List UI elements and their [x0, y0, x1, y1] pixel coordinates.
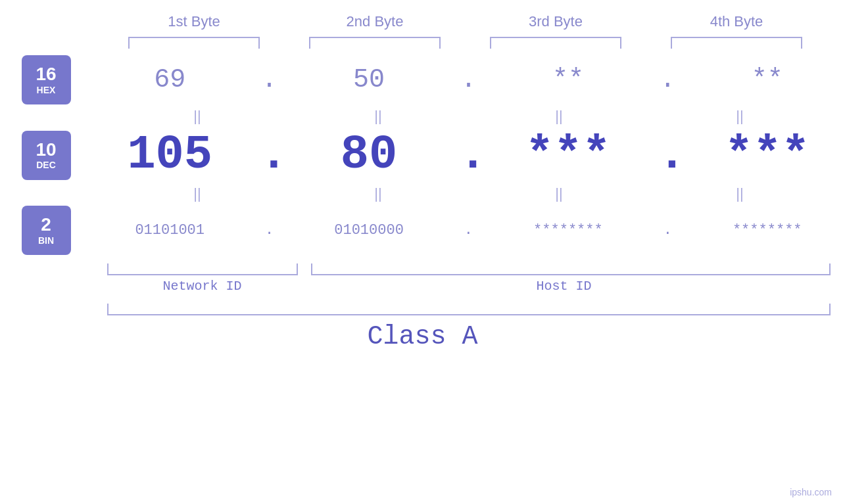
- hex-badge-num: 16: [36, 64, 56, 85]
- dec-dot2: .: [458, 128, 478, 182]
- bracket-byte3: [490, 37, 621, 49]
- dec-badge-label: DEC: [36, 160, 56, 170]
- bin-dot3: .: [658, 222, 677, 239]
- network-id-label: Network ID: [107, 279, 298, 294]
- eq1-b3: ||: [493, 108, 625, 125]
- bracket-byte2: [309, 37, 441, 49]
- full-bottom-bracket: [107, 304, 831, 315]
- dec-values: 105 . 80 . *** . ***: [92, 128, 845, 182]
- hex-byte3: **: [502, 65, 634, 95]
- hex-row: 16 HEX 69 . 50 . ** . **: [0, 55, 845, 104]
- eq-row-1: || || || ||: [107, 108, 831, 125]
- bin-byte4: ********: [702, 222, 833, 239]
- hex-values: 69 . 50 . ** . **: [92, 65, 845, 95]
- dec-badge-area: 10 DEC: [0, 131, 92, 180]
- bin-dot2: .: [458, 222, 478, 239]
- eq1-b2: ||: [312, 108, 444, 125]
- dec-byte2: 80: [303, 128, 435, 182]
- dec-row: 10 DEC 105 . 80 . *** . ***: [0, 128, 845, 182]
- hex-dot1: .: [260, 65, 279, 95]
- bracket-gap: [298, 263, 311, 275]
- bin-dot1: .: [260, 222, 279, 239]
- bin-values: 01101001 . 01010000 . ******** . *******…: [92, 222, 845, 239]
- bin-badge-num: 2: [41, 215, 51, 235]
- eq-row-2: || || || ||: [107, 185, 831, 202]
- bracket-byte4: [671, 37, 802, 49]
- hex-badge: 16 HEX: [22, 55, 71, 104]
- bracket-byte1: [128, 37, 260, 49]
- host-id-label: Host ID: [298, 279, 831, 294]
- hex-byte2: 50: [303, 65, 435, 95]
- bin-badge-area: 2 BIN: [0, 206, 92, 255]
- watermark: ipshu.com: [790, 487, 832, 497]
- bracket-network: [107, 263, 298, 275]
- hex-badge-area: 16 HEX: [0, 55, 92, 104]
- bin-row: 2 BIN 01101001 . 01010000 . ******** . *…: [0, 206, 845, 255]
- hex-badge-label: HEX: [37, 85, 56, 95]
- bin-byte1: 01101001: [104, 222, 235, 239]
- hex-byte1: 69: [104, 65, 235, 95]
- dec-badge: 10 DEC: [22, 131, 71, 180]
- class-label: Class A: [367, 322, 477, 352]
- eq2-b4: ||: [674, 185, 806, 202]
- dec-badge-num: 10: [36, 140, 56, 160]
- byte2-header: 2nd Byte: [302, 13, 447, 30]
- byte1-header: 1st Byte: [122, 13, 266, 30]
- eq2-b1: ||: [132, 185, 263, 202]
- dec-dot3: .: [658, 128, 677, 182]
- byte4-header: 4th Byte: [664, 13, 809, 30]
- bin-byte3: ********: [502, 222, 634, 239]
- eq2-b3: ||: [493, 185, 625, 202]
- eq2-b2: ||: [312, 185, 444, 202]
- hex-dot3: .: [658, 65, 677, 95]
- eq1-b1: ||: [132, 108, 263, 125]
- byte3-header: 3rd Byte: [483, 13, 628, 30]
- bin-badge-label: BIN: [38, 235, 54, 246]
- top-brackets: [104, 37, 827, 49]
- main-container: 1st Byte 2nd Byte 3rd Byte 4th Byte 16 H…: [0, 0, 845, 504]
- dec-dot1: .: [260, 128, 279, 182]
- hex-byte4: **: [702, 65, 833, 95]
- dec-byte4: ***: [702, 128, 833, 182]
- dec-byte3: ***: [502, 128, 634, 182]
- eq1-b4: ||: [674, 108, 806, 125]
- byte-headers: 1st Byte 2nd Byte 3rd Byte 4th Byte: [104, 13, 827, 30]
- bin-byte2: 01010000: [303, 222, 435, 239]
- bottom-brackets: [107, 263, 831, 275]
- hex-dot2: .: [458, 65, 478, 95]
- dec-byte1: 105: [104, 128, 235, 182]
- bin-badge: 2 BIN: [22, 206, 71, 255]
- id-labels: Network ID Host ID: [107, 279, 831, 294]
- bracket-host: [311, 263, 831, 275]
